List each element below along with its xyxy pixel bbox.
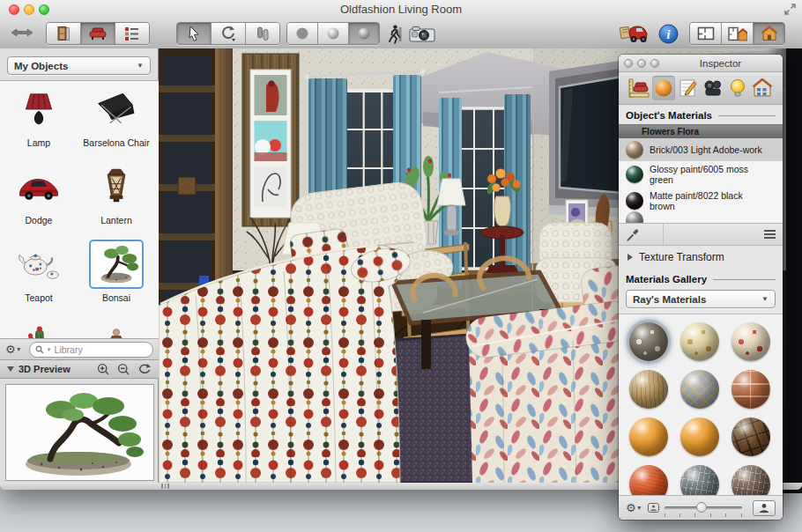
- tab-notes[interactable]: [677, 76, 700, 100]
- gallery-gear-button[interactable]: ⚙▼: [626, 502, 642, 514]
- material-swatch-floral-0[interactable]: [629, 322, 668, 361]
- library-sidebar: My Objects ▼ LampBarselona ChairDodgeLan…: [0, 48, 159, 483]
- material-row[interactable]: Glossy paint/6005 moss green: [619, 161, 783, 188]
- library-object-bonsai[interactable]: Bonsai: [78, 240, 155, 317]
- material-name: Brick/003 Light Adobe-work: [650, 144, 766, 155]
- pan-tool[interactable]: [246, 23, 279, 44]
- framed-picture-1: [255, 75, 287, 115]
- materials-list: Brick/003 Light Adobe-workGlossy paint/6…: [619, 138, 783, 224]
- move-objects-button[interactable]: [617, 22, 652, 45]
- disclosure-triangle-icon[interactable]: [7, 366, 14, 372]
- preview-3d-box[interactable]: [5, 384, 154, 481]
- rotate-tool[interactable]: [212, 23, 246, 44]
- zoom-in-icon[interactable]: [97, 363, 110, 376]
- material-swatch-cracked-8[interactable]: [731, 417, 770, 456]
- swatch-size-slider[interactable]: [665, 506, 742, 509]
- material-sphere-icon: [626, 192, 643, 210]
- plan-2d-view-tab[interactable]: [690, 23, 722, 44]
- ruler-sofa-icon: [628, 78, 650, 98]
- materials-toolrow: [619, 224, 783, 246]
- car-icon: [11, 162, 66, 211]
- furniture-sofa-icon: [89, 26, 107, 41]
- gear-menu-button[interactable]: ⚙▼: [5, 344, 22, 355]
- inspector-titlebar[interactable]: Inspector: [619, 55, 783, 72]
- library-search-input[interactable]: ▼ Library: [29, 342, 153, 358]
- walkthrough-button[interactable]: [388, 25, 402, 44]
- furniture-tab[interactable]: [81, 23, 115, 44]
- info-button[interactable]: i: [658, 24, 679, 44]
- tab-lighting[interactable]: [726, 76, 749, 100]
- material-row[interactable]: Brick/003 Light Adobe-work: [619, 138, 783, 161]
- resize-grip[interactable]: [161, 484, 169, 489]
- bonsai-preview-image: [6, 385, 152, 478]
- camera-snapshot-button[interactable]: [409, 26, 435, 43]
- library-object-teapot[interactable]: Teapot: [0, 240, 78, 317]
- texture-transform-row[interactable]: Texture Transform: [619, 246, 783, 269]
- framed-picture-2: [255, 121, 287, 161]
- wall-art-panel[interactable]: [242, 54, 299, 226]
- select-arrow-icon: [187, 26, 201, 41]
- tab-building[interactable]: [751, 76, 774, 100]
- zoom-out-icon[interactable]: [117, 363, 130, 376]
- collection-dropdown-value: Ray's Materials: [633, 294, 706, 305]
- building-house-icon: [752, 78, 773, 98]
- hamburger-menu-icon[interactable]: [764, 230, 776, 239]
- video-camera-icon: [702, 79, 724, 97]
- flat-shading-mode[interactable]: [287, 23, 318, 44]
- material-swatch-tile-5[interactable]: [731, 370, 770, 409]
- eyedropper-icon[interactable]: [626, 227, 640, 242]
- camera-icon: [409, 26, 435, 43]
- select-tool[interactable]: [177, 23, 212, 44]
- expand-sidebar-button[interactable]: [11, 26, 33, 39]
- textured-sphere-icon: [357, 26, 371, 41]
- textured-mode[interactable]: [349, 23, 379, 44]
- shaded-mode[interactable]: [318, 23, 349, 44]
- rotate-preview-icon[interactable]: [137, 363, 152, 375]
- library-object-figurine[interactable]: [78, 317, 155, 339]
- material-swatch-argyle-4[interactable]: [680, 370, 719, 409]
- inspector-title: Inspector: [624, 58, 777, 69]
- preview-title: 3D Preview: [19, 364, 71, 374]
- texture-transform-label: Texture Transform: [639, 251, 724, 263]
- walk-person-icon: [388, 25, 402, 44]
- slider-thumb[interactable]: [696, 502, 707, 513]
- project-tree-tab[interactable]: [115, 23, 149, 44]
- library-object-lantern[interactable]: Lantern: [78, 162, 155, 240]
- inspector-panel: Inspector: [619, 55, 783, 520]
- notes-pencil-icon: [679, 78, 698, 98]
- library-object-cactus[interactable]: [0, 317, 78, 339]
- titlebar[interactable]: Oldfashion Living Room: [0, 0, 802, 18]
- search-icon: [35, 345, 44, 354]
- tool-segmented-control: [176, 22, 280, 45]
- tab-materials[interactable]: [652, 76, 675, 100]
- material-row[interactable]: Matte paint/8022 black brown: [619, 188, 783, 214]
- material-row[interactable]: [619, 214, 783, 224]
- materials-group-header[interactable]: Flowers Flora: [619, 124, 783, 138]
- figurine-icon: [89, 317, 144, 339]
- library-object-dodge[interactable]: Dodge: [0, 162, 78, 240]
- library-object-lamp[interactable]: Lamp: [0, 85, 78, 162]
- library-object-barselona-chair[interactable]: Barselona Chair: [78, 85, 155, 162]
- material-swatch-floral-1[interactable]: [680, 322, 719, 361]
- tab-object-dimensions[interactable]: [627, 76, 650, 100]
- library-actions-row: ⚙▼ ▼ Library: [0, 339, 159, 359]
- material-swatch-floral-2[interactable]: [731, 322, 770, 361]
- building-elements-icon: [56, 26, 71, 41]
- building-elements-tab[interactable]: [47, 23, 81, 44]
- bonsai-icon: [89, 240, 144, 289]
- category-dropdown[interactable]: My Objects ▼: [7, 56, 151, 75]
- tab-camera[interactable]: [702, 76, 724, 100]
- material-name: Matte paint/8022 black brown: [650, 190, 766, 211]
- material-swatch-plain-7[interactable]: [680, 417, 719, 456]
- view-3d-tab[interactable]: [754, 23, 784, 44]
- material-swatch-streak-3[interactable]: [629, 370, 668, 409]
- window-chrome: Oldfashion Living Room: [0, 0, 802, 49]
- preview-person-button[interactable]: [753, 500, 776, 516]
- cactus-icon: [11, 317, 66, 339]
- material-swatch-plain-6[interactable]: [629, 417, 668, 456]
- fullscreen-arrows-icon[interactable]: [784, 4, 796, 15]
- materials-collection-dropdown[interactable]: Ray's Materials ▼: [626, 290, 776, 308]
- preview-header: 3D Preview: [0, 359, 159, 379]
- split-view-tab[interactable]: [722, 23, 754, 44]
- shaded-sphere-icon: [326, 26, 340, 41]
